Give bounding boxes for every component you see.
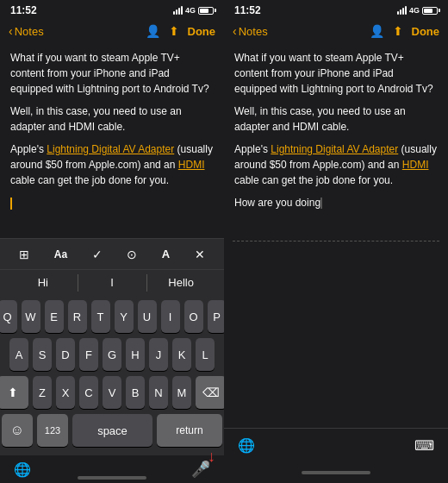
note-paragraph-2-right: Well, in this case, you need to use an a… [234,104,438,135]
key-v[interactable]: V [103,376,121,409]
note-paragraph-3-right: Apple's Lightning Digital AV Adapter (us… [234,141,438,188]
keyboard-icon-right[interactable]: ⌨ [414,437,434,454]
key-row-1: Q W E R T Y U I O P [2,300,222,333]
key-x[interactable]: X [56,376,75,409]
note-text-pre-left: Apple's [10,143,47,155]
signal-bars-left [173,6,183,15]
key-w[interactable]: W [22,300,40,333]
key-shift[interactable]: ⬆ [0,376,28,409]
key-n[interactable]: N [149,376,168,409]
note-paragraph-1-left: What if you want to steam Apple TV+ cont… [10,50,214,97]
close-keyboard-icon[interactable]: ✕ [195,248,205,261]
predict-word-1[interactable]: Hi [9,276,78,289]
note-link-1-right: Lightning Digital AV Adapter [271,143,398,155]
home-bar-right [224,462,448,483]
note-paragraph-1-right: What if you want to steam Apple TV+ cont… [234,50,438,97]
person-icon-right[interactable]: 👤 [370,24,384,38]
done-button-left[interactable]: Done [188,25,216,38]
battery-icon-right [422,7,438,15]
battery-icon-left [198,7,214,15]
markup-icon[interactable]: A [162,248,170,260]
globe-icon-right[interactable]: 🌐 [238,437,255,454]
dashed-separator [224,237,448,245]
key-o[interactable]: O [184,300,203,333]
status-icons-left: 4G [173,6,214,15]
predict-word-3[interactable]: Hello [146,276,215,289]
key-emoji[interactable]: ☺ [2,414,33,447]
key-row-4: ☺ 123 space return [2,414,222,447]
signal-bar-r2 [400,9,401,15]
signal-bars-right [397,6,407,15]
keyboard-left: Q W E R T Y U I O P A S D F G H J K L ⬆ … [0,295,224,455]
key-return[interactable]: return [157,414,222,447]
note-paragraph-4-right: How are you doing [234,195,438,210]
mic-container: ↓ 🎤 [191,460,210,479]
key-i[interactable]: I [161,300,180,333]
status-time-left: 11:52 [10,4,37,16]
chevron-left-icon-right: ‹ [233,24,237,38]
nav-icons-left: 👤 ⬆ [146,24,179,38]
text-cursor-right [320,198,322,209]
nav-bar-right: ‹ Notes 👤 ⬆ Done [224,19,448,45]
network-type-right: 4G [409,6,420,15]
nav-bar-left: ‹ Notes 👤 ⬆ Done [0,19,224,45]
nav-icons-right: 👤 ⬆ [370,24,403,38]
note-link-2-left: HDMI [178,159,205,171]
key-g[interactable]: G [103,338,121,371]
share-icon-right[interactable]: ⬆ [393,24,403,38]
key-u[interactable]: U [138,300,157,333]
note-link-2-right: HDMI [402,159,429,171]
checklist-icon[interactable]: ✓ [92,248,103,261]
done-button-right[interactable]: Done [412,25,440,38]
note-content-right: What if you want to steam Apple TV+ cont… [224,45,448,237]
share-icon-left[interactable]: ⬆ [169,24,179,38]
camera-icon[interactable]: ⊙ [127,248,137,261]
key-t[interactable]: T [91,300,110,333]
key-e[interactable]: E [45,300,64,333]
format-icon[interactable]: Aa [54,248,67,260]
key-a[interactable]: A [9,338,28,371]
key-r[interactable]: R [68,300,87,333]
back-button-right[interactable]: ‹ Notes [233,24,370,38]
key-f[interactable]: F [79,338,98,371]
right-panel: 11:52 4G ‹ Notes 👤 ⬆ Done What if you [224,0,448,483]
predict-word-2[interactable]: I [78,276,146,289]
key-h[interactable]: H [126,338,145,371]
key-delete[interactable]: ⌫ [196,376,224,409]
note-link-1-left: Lightning Digital AV Adapter [47,143,174,155]
key-q[interactable]: Q [0,300,17,333]
predictive-bar-left: Hi I Hello [0,269,224,295]
back-button-left[interactable]: ‹ Notes [9,24,146,38]
key-space[interactable]: space [72,414,152,447]
signal-bar-r1 [397,11,399,15]
globe-icon-left[interactable]: 🌐 [14,461,31,478]
key-s[interactable]: S [33,338,52,371]
key-k[interactable]: K [172,338,191,371]
key-numbers[interactable]: 123 [37,414,68,447]
note-content-left: What if you want to steam Apple TV+ cont… [0,45,224,238]
home-indicator-right [302,471,370,474]
key-z[interactable]: Z [33,376,52,409]
signal-bar-3 [178,8,180,15]
key-l[interactable]: L [196,338,215,371]
key-j[interactable]: J [149,338,168,371]
network-type-left: 4G [185,6,196,15]
key-b[interactable]: B [126,376,145,409]
key-p[interactable]: P [208,300,225,333]
note-text-post-right: cable can get the job done for you. [234,174,393,186]
key-row-3: ⬆ Z X C V B N M ⌫ [2,376,222,409]
table-icon[interactable]: ⊞ [19,248,29,261]
bottom-bar-right: 🌐 ⌨ [224,428,448,462]
back-label-left: Notes [15,25,44,38]
battery-fill-right [424,9,432,13]
key-m[interactable]: M [172,376,191,409]
chevron-left-icon: ‹ [9,24,13,38]
key-d[interactable]: D [56,338,75,371]
person-icon-left[interactable]: 👤 [146,24,160,38]
key-y[interactable]: Y [115,300,134,333]
key-c[interactable]: C [79,376,98,409]
status-bar-left: 11:52 4G [0,0,224,19]
note-text-pre-right: Apple's [234,143,271,155]
signal-bar-r4 [405,6,407,15]
note-paragraph-2-left: Well, in this case, you need to use an a… [10,104,214,135]
